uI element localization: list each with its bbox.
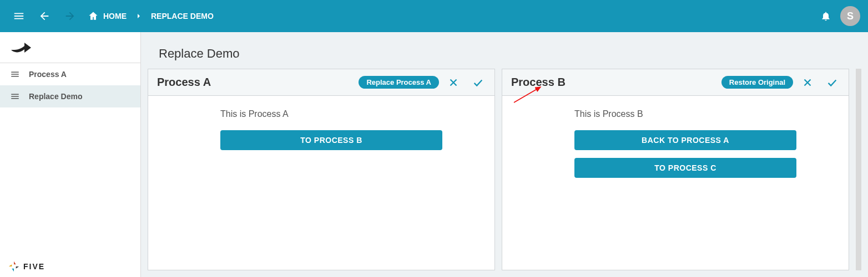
chevron-right-icon (134, 12, 143, 20)
to-process-b-button[interactable]: TO PROCESS B (220, 130, 442, 150)
panel-a-confirm-icon[interactable] (468, 73, 488, 93)
panel-a-close-icon[interactable] (443, 73, 463, 93)
sidebar-footer-brand: FIVE (8, 260, 45, 273)
brand-icon (8, 260, 20, 273)
brand-label: FIVE (23, 262, 45, 271)
breadcrumb: HOME REPLACE DEMO (88, 11, 214, 22)
avatar[interactable]: S (840, 6, 860, 26)
list-icon (10, 69, 20, 79)
breadcrumb-home[interactable]: HOME (88, 11, 127, 22)
avatar-letter: S (847, 11, 854, 22)
panel-a-text: This is Process A (220, 109, 442, 119)
menu-icon[interactable] (8, 5, 30, 27)
replace-process-a-button[interactable]: Replace Process A (359, 76, 439, 89)
sidebar-top (0, 32, 140, 63)
panel-b-title: Process B (511, 76, 566, 89)
sidebar-item-replace-demo[interactable]: Replace Demo (0, 85, 140, 107)
panel-process-b: Process B Restore Original This is Proce… (502, 69, 849, 270)
back-icon[interactable] (33, 5, 55, 27)
main-area: Replace Demo Process A Replace Process A (141, 32, 868, 277)
panel-a-header: Process A Replace Process A (148, 69, 494, 96)
share-arrow-icon (10, 41, 32, 54)
sidebar-item-process-a[interactable]: Process A (0, 63, 140, 85)
panel-b-text: This is Process B (574, 109, 796, 119)
back-to-process-a-button[interactable]: BACK TO PROCESS A (574, 130, 796, 150)
topbar: HOME REPLACE DEMO S (0, 0, 868, 32)
panel-b-body: This is Process B BACK TO PROCESS A TO P… (502, 96, 849, 199)
to-process-c-button[interactable]: TO PROCESS C (574, 158, 796, 178)
sidebar-item-label: Process A (29, 70, 67, 79)
restore-original-button[interactable]: Restore Original (721, 76, 793, 89)
panel-a-title: Process A (157, 76, 211, 89)
sidebar: Process A Replace Demo FIVE (0, 32, 141, 277)
forward-icon (59, 5, 81, 27)
list-icon (10, 91, 20, 101)
panel-b-close-icon[interactable] (798, 73, 817, 93)
home-icon (88, 11, 99, 22)
sidebar-item-label: Replace Demo (29, 92, 82, 101)
breadcrumb-current[interactable]: REPLACE DEMO (151, 12, 214, 20)
panel-b-confirm-icon[interactable] (822, 73, 842, 93)
bell-icon[interactable] (815, 5, 837, 27)
scrollbar[interactable] (856, 69, 861, 270)
panel-b-header: Process B Restore Original (502, 69, 849, 96)
panel-a-body: This is Process A TO PROCESS B (148, 96, 494, 171)
panel-process-a: Process A Replace Process A This is Proc… (148, 69, 495, 270)
breadcrumb-home-label: HOME (103, 12, 127, 20)
page-title: Replace Demo (148, 39, 861, 69)
